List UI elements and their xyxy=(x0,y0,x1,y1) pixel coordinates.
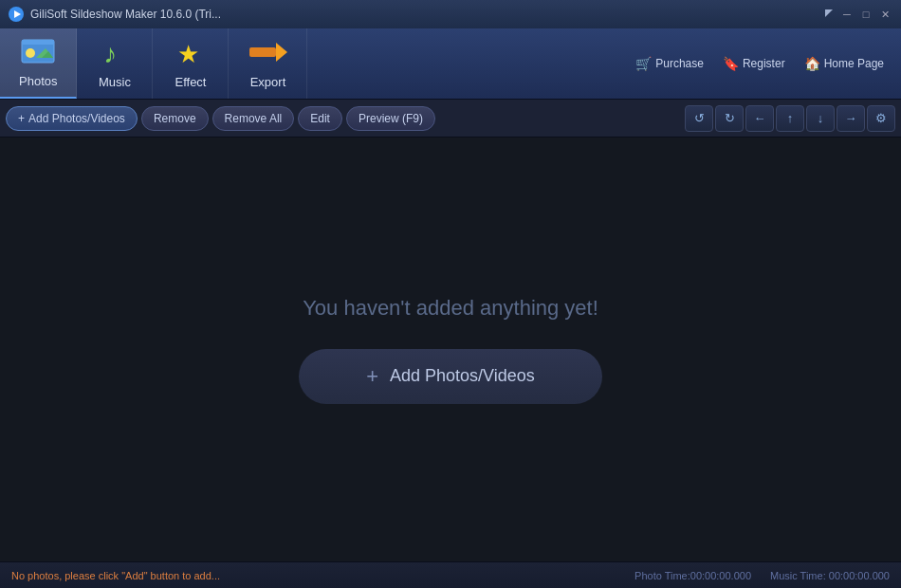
icon-controls: ↺ ↻ ← ↑ ↓ → ⚙ xyxy=(685,105,895,132)
svg-rect-4 xyxy=(22,40,54,45)
title-text: GiliSoft Sildeshow Maker 10.6.0 (Tri... xyxy=(30,8,221,21)
settings-icon: ⚙ xyxy=(875,111,887,125)
arrow-left-icon: ← xyxy=(754,111,766,125)
minimize-button[interactable]: ─ xyxy=(838,6,855,23)
svg-rect-10 xyxy=(249,47,276,57)
toolbar-right: 🛒 Purchase 🔖 Register 🏠 Home Page xyxy=(618,28,901,99)
arrow-up-icon: ↑ xyxy=(787,111,794,125)
tab-effect[interactable]: ★ Effect xyxy=(153,28,229,99)
rotate-cw-icon: ↻ xyxy=(725,111,735,125)
add-large-label: Add Photos/Videos xyxy=(390,366,535,386)
title-bar: GiliSoft Sildeshow Maker 10.6.0 (Tri... … xyxy=(0,0,901,28)
svg-text:♪: ♪ xyxy=(103,39,117,66)
maximize-button[interactable]: □ xyxy=(857,6,874,23)
svg-marker-2 xyxy=(825,9,833,17)
add-photos-button[interactable]: + Add Photos/Videos xyxy=(6,106,138,131)
tab-export-label: Export xyxy=(250,75,286,89)
home-page-link[interactable]: 🏠 Home Page xyxy=(797,52,892,75)
purchase-label: Purchase xyxy=(655,57,704,70)
status-bar: No photos, please click "Add" button to … xyxy=(0,561,901,588)
toolbar-spacer xyxy=(307,28,618,99)
edit-label: Edit xyxy=(310,112,330,125)
rotate-ccw-icon: ↺ xyxy=(694,111,705,125)
remove-button[interactable]: Remove xyxy=(141,106,209,131)
title-bar-left: GiliSoft Sildeshow Maker 10.6.0 (Tri... xyxy=(8,6,221,23)
rotate-cw-button[interactable]: ↻ xyxy=(715,105,744,132)
edit-button[interactable]: Edit xyxy=(298,106,342,131)
register-label: Register xyxy=(743,57,785,70)
minimize-icon xyxy=(821,6,837,21)
register-link[interactable]: 🔖 Register xyxy=(715,52,793,75)
tab-effect-label: Effect xyxy=(175,75,206,89)
arrow-right-icon: → xyxy=(845,111,857,125)
arrow-up-button[interactable]: ↑ xyxy=(776,105,804,132)
arrow-down-icon: ↓ xyxy=(818,111,824,125)
svg-point-5 xyxy=(26,48,35,58)
svg-text:★: ★ xyxy=(177,40,199,66)
remove-all-button[interactable]: Remove All xyxy=(212,106,295,131)
tab-music[interactable]: ♪ Music xyxy=(77,28,153,99)
arrow-right-button[interactable]: → xyxy=(837,105,865,132)
home-page-label: Home Page xyxy=(824,57,884,70)
preview-button[interactable]: Preview (F9) xyxy=(346,106,435,131)
register-icon: 🔖 xyxy=(723,56,739,71)
tab-music-label: Music xyxy=(99,75,131,89)
add-photos-large-button[interactable]: + Add Photos/Videos xyxy=(299,349,602,404)
arrow-down-button[interactable]: ↓ xyxy=(806,105,835,132)
status-left: No photos, please click "Add" button to … xyxy=(11,570,220,581)
preview-label: Preview (F9) xyxy=(359,112,423,125)
status-left-text: No photos, please click xyxy=(11,570,121,581)
photo-time: Photo Time:00:00:00.000 xyxy=(634,570,751,581)
remove-all-label: Remove All xyxy=(225,112,283,125)
effect-icon: ★ xyxy=(175,38,206,71)
status-after-text: to add... xyxy=(179,570,220,581)
window-controls: ─ □ ✕ xyxy=(821,6,893,23)
add-plus-icon: + xyxy=(18,112,25,125)
svg-marker-11 xyxy=(276,43,287,62)
arrow-left-button[interactable]: ← xyxy=(745,105,774,132)
purchase-icon: 🛒 xyxy=(635,56,652,71)
rotate-ccw-button[interactable]: ↺ xyxy=(685,105,713,132)
tab-photos[interactable]: Photos xyxy=(0,28,77,99)
music-icon: ♪ xyxy=(100,38,130,71)
add-large-plus-icon: + xyxy=(366,364,378,389)
close-button[interactable]: ✕ xyxy=(876,6,893,23)
settings-button[interactable]: ⚙ xyxy=(867,105,895,132)
remove-label: Remove xyxy=(154,112,196,125)
status-right: Photo Time:00:00:00.000 Music Time: 00:0… xyxy=(634,570,890,581)
main-content: You haven't added anything yet! + Add Ph… xyxy=(0,138,901,561)
add-photos-label: Add Photos/Videos xyxy=(28,112,125,125)
home-icon: 🏠 xyxy=(804,56,820,71)
music-time: Music Time: 00:00:00.000 xyxy=(770,570,890,581)
action-bar: + Add Photos/Videos Remove Remove All Ed… xyxy=(0,100,901,138)
export-icon xyxy=(248,38,287,71)
empty-message: You haven't added anything yet! xyxy=(303,296,598,321)
tab-photos-label: Photos xyxy=(19,74,57,88)
photos-icon xyxy=(21,37,55,70)
app-icon xyxy=(8,6,25,23)
toolbar: Photos ♪ Music ★ Effect Export xyxy=(0,28,901,100)
purchase-link[interactable]: 🛒 Purchase xyxy=(628,52,711,75)
status-link-text: "Add" button xyxy=(121,570,179,581)
tab-export[interactable]: Export xyxy=(229,28,307,99)
